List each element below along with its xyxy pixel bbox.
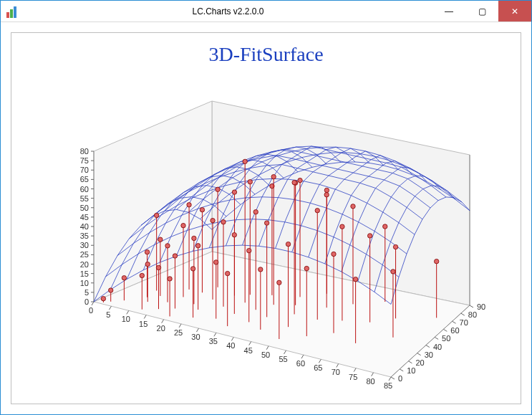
svg-point-545 bbox=[247, 248, 251, 252]
svg-text:20: 20 bbox=[415, 358, 424, 367]
svg-text:75: 75 bbox=[80, 156, 89, 165]
svg-point-557 bbox=[324, 188, 329, 192]
svg-text:40: 40 bbox=[226, 341, 235, 350]
svg-point-513 bbox=[216, 187, 220, 191]
svg-text:30: 30 bbox=[425, 350, 433, 359]
svg-point-555 bbox=[292, 180, 296, 184]
window-title: LC.Charts v2.2.0.0 bbox=[24, 6, 432, 16]
maximize-button[interactable]: ▢ bbox=[465, 1, 498, 22]
svg-point-579 bbox=[353, 277, 357, 281]
svg-text:60: 60 bbox=[450, 326, 459, 335]
svg-point-529 bbox=[248, 180, 252, 184]
svg-line-66 bbox=[319, 359, 321, 363]
svg-text:25: 25 bbox=[80, 250, 89, 259]
svg-point-505 bbox=[156, 265, 160, 269]
svg-point-561 bbox=[324, 193, 329, 197]
svg-point-585 bbox=[434, 259, 438, 263]
svg-point-509 bbox=[200, 208, 204, 212]
svg-line-94 bbox=[470, 305, 473, 307]
svg-text:25: 25 bbox=[174, 328, 183, 337]
svg-line-42 bbox=[109, 306, 111, 310]
svg-line-82 bbox=[417, 353, 421, 356]
svg-point-577 bbox=[367, 234, 372, 238]
svg-text:20: 20 bbox=[157, 324, 165, 333]
svg-point-573 bbox=[332, 252, 336, 256]
svg-text:70: 70 bbox=[80, 166, 89, 174]
svg-line-76 bbox=[391, 377, 395, 379]
svg-text:65: 65 bbox=[80, 175, 89, 183]
svg-line-84 bbox=[426, 345, 430, 348]
svg-point-521 bbox=[195, 244, 200, 248]
svg-text:5: 5 bbox=[106, 310, 110, 319]
svg-text:0: 0 bbox=[84, 297, 89, 306]
svg-line-74 bbox=[389, 377, 391, 381]
svg-line-78 bbox=[400, 369, 403, 371]
svg-line-64 bbox=[301, 355, 304, 358]
svg-point-531 bbox=[214, 260, 218, 264]
svg-line-46 bbox=[144, 315, 146, 319]
svg-line-92 bbox=[461, 313, 465, 315]
svg-line-90 bbox=[453, 321, 456, 323]
svg-line-60 bbox=[266, 346, 269, 350]
app-icon bbox=[6, 5, 19, 18]
svg-text:55: 55 bbox=[279, 355, 287, 363]
svg-point-491 bbox=[154, 213, 158, 217]
svg-point-565 bbox=[315, 209, 319, 213]
svg-text:80: 80 bbox=[468, 310, 477, 319]
svg-line-48 bbox=[162, 320, 164, 323]
svg-text:75: 75 bbox=[349, 373, 357, 381]
svg-line-50 bbox=[179, 324, 181, 328]
svg-text:80: 80 bbox=[366, 377, 374, 386]
svg-point-525 bbox=[190, 267, 195, 271]
svg-point-535 bbox=[232, 232, 236, 237]
svg-point-553 bbox=[258, 267, 263, 272]
svg-line-88 bbox=[443, 329, 447, 331]
svg-text:30: 30 bbox=[191, 333, 200, 341]
surface-plot[interactable]: 0510152025303540455055606570758005101520… bbox=[11, 33, 513, 395]
svg-text:65: 65 bbox=[314, 363, 322, 372]
svg-point-523 bbox=[232, 190, 236, 194]
svg-text:70: 70 bbox=[332, 368, 340, 376]
minimize-button[interactable]: — bbox=[432, 1, 465, 22]
svg-text:45: 45 bbox=[244, 346, 253, 355]
svg-point-533 bbox=[243, 159, 247, 163]
svg-text:50: 50 bbox=[80, 204, 89, 212]
svg-text:0: 0 bbox=[89, 306, 93, 315]
svg-line-52 bbox=[196, 328, 198, 332]
svg-line-86 bbox=[435, 337, 438, 339]
svg-line-56 bbox=[231, 337, 233, 340]
svg-line-70 bbox=[354, 368, 356, 372]
svg-point-581 bbox=[393, 244, 397, 249]
svg-text:10: 10 bbox=[122, 315, 130, 323]
svg-point-487 bbox=[109, 288, 113, 292]
svg-point-539 bbox=[225, 271, 229, 275]
svg-point-569 bbox=[304, 266, 309, 270]
svg-point-563 bbox=[277, 280, 281, 285]
svg-point-527 bbox=[221, 220, 226, 224]
svg-point-501 bbox=[187, 203, 191, 207]
svg-point-489 bbox=[122, 276, 126, 280]
svg-line-72 bbox=[372, 373, 374, 376]
window-controls: — ▢ ✕ bbox=[432, 1, 531, 22]
svg-text:10: 10 bbox=[407, 366, 415, 375]
svg-text:40: 40 bbox=[433, 343, 442, 351]
svg-text:20: 20 bbox=[80, 260, 89, 269]
svg-point-541 bbox=[253, 210, 258, 214]
titlebar[interactable]: LC.Charts v2.2.0.0 — ▢ ✕ bbox=[1, 1, 531, 22]
svg-text:60: 60 bbox=[80, 185, 89, 194]
svg-text:15: 15 bbox=[80, 269, 89, 278]
svg-point-571 bbox=[340, 224, 344, 229]
svg-point-511 bbox=[173, 254, 177, 258]
svg-text:80: 80 bbox=[80, 147, 89, 156]
plot-frame: 3D-FitSurface 05101520253035404550556065… bbox=[11, 32, 521, 404]
client-area: 3D-FitSurface 05101520253035404550556065… bbox=[1, 22, 531, 414]
svg-text:0: 0 bbox=[398, 374, 402, 383]
close-button[interactable]: ✕ bbox=[498, 1, 531, 22]
svg-point-567 bbox=[351, 204, 355, 209]
svg-text:35: 35 bbox=[209, 337, 218, 345]
svg-line-68 bbox=[337, 363, 339, 367]
svg-text:30: 30 bbox=[80, 241, 89, 249]
svg-text:15: 15 bbox=[139, 320, 147, 328]
svg-text:90: 90 bbox=[477, 302, 485, 311]
svg-text:45: 45 bbox=[80, 213, 89, 221]
